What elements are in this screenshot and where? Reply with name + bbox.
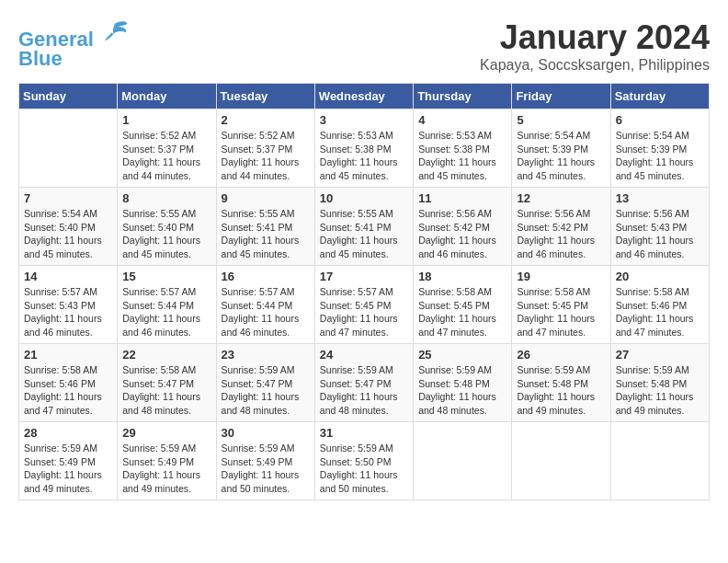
calendar-cell: 12Sunrise: 5:56 AMSunset: 5:42 PMDayligh… <box>512 188 610 266</box>
day-info: Sunrise: 5:59 AMSunset: 5:49 PMDaylight:… <box>122 442 210 496</box>
calendar-cell: 10Sunrise: 5:55 AMSunset: 5:41 PMDayligh… <box>314 188 413 266</box>
week-row-5: 28Sunrise: 5:59 AMSunset: 5:49 PMDayligh… <box>19 422 710 500</box>
day-info: Sunrise: 5:52 AMSunset: 5:37 PMDaylight:… <box>122 129 210 183</box>
week-row-4: 21Sunrise: 5:58 AMSunset: 5:46 PMDayligh… <box>19 344 710 422</box>
day-info: Sunrise: 5:59 AMSunset: 5:48 PMDaylight:… <box>616 363 704 418</box>
day-number: 21 <box>24 348 112 362</box>
day-number: 14 <box>24 270 112 283</box>
day-number: 8 <box>122 191 210 205</box>
month-title: January 2024 <box>480 18 710 57</box>
day-number: 3 <box>320 113 408 127</box>
logo-text: General <box>18 18 129 51</box>
day-info: Sunrise: 5:57 AMSunset: 5:44 PMDaylight:… <box>122 285 210 339</box>
day-number: 19 <box>517 270 605 283</box>
calendar-cell: 28Sunrise: 5:59 AMSunset: 5:49 PMDayligh… <box>19 422 118 500</box>
day-number: 12 <box>517 191 605 205</box>
calendar-header-row: SundayMondayTuesdayWednesdayThursdayFrid… <box>19 84 710 109</box>
day-info: Sunrise: 5:57 AMSunset: 5:43 PMDaylight:… <box>24 285 112 339</box>
calendar-cell: 3Sunrise: 5:53 AMSunset: 5:38 PMDaylight… <box>314 109 413 188</box>
day-number: 26 <box>517 348 605 362</box>
day-number: 7 <box>24 191 112 205</box>
week-row-3: 14Sunrise: 5:57 AMSunset: 5:43 PMDayligh… <box>19 266 710 344</box>
calendar-cell: 27Sunrise: 5:59 AMSunset: 5:48 PMDayligh… <box>610 344 709 422</box>
day-info: Sunrise: 5:58 AMSunset: 5:46 PMDaylight:… <box>24 363 112 418</box>
page-header: General Blue January 2024 Kapaya, Soccsk… <box>18 18 710 74</box>
day-info: Sunrise: 5:55 AMSunset: 5:41 PMDaylight:… <box>222 207 310 261</box>
day-info: Sunrise: 5:59 AMSunset: 5:50 PMDaylight:… <box>320 442 408 496</box>
day-number: 16 <box>222 270 310 283</box>
calendar-cell: 20Sunrise: 5:58 AMSunset: 5:46 PMDayligh… <box>610 266 709 344</box>
day-number: 13 <box>616 191 704 205</box>
location-subtitle: Kapaya, Soccsksargen, Philippines <box>480 57 710 74</box>
calendar-cell: 5Sunrise: 5:54 AMSunset: 5:39 PMDaylight… <box>512 109 610 188</box>
day-info: Sunrise: 5:53 AMSunset: 5:38 PMDaylight:… <box>320 129 408 183</box>
day-number: 25 <box>418 348 506 362</box>
column-header-thursday: Thursday <box>414 84 512 109</box>
day-info: Sunrise: 5:57 AMSunset: 5:45 PMDaylight:… <box>320 285 408 339</box>
calendar-cell: 22Sunrise: 5:58 AMSunset: 5:47 PMDayligh… <box>118 344 216 422</box>
calendar-cell <box>19 109 118 188</box>
day-number: 24 <box>320 348 408 362</box>
day-number: 30 <box>222 426 310 440</box>
day-number: 22 <box>122 348 210 362</box>
calendar-cell: 7Sunrise: 5:54 AMSunset: 5:40 PMDaylight… <box>19 188 118 266</box>
calendar-cell <box>414 422 512 500</box>
calendar-cell: 2Sunrise: 5:52 AMSunset: 5:37 PMDaylight… <box>216 109 314 188</box>
day-info: Sunrise: 5:56 AMSunset: 5:42 PMDaylight:… <box>418 207 506 261</box>
day-number: 4 <box>418 113 506 127</box>
calendar-cell <box>512 422 610 500</box>
day-number: 23 <box>222 348 310 362</box>
week-row-1: 1Sunrise: 5:52 AMSunset: 5:37 PMDaylight… <box>19 109 710 188</box>
day-number: 27 <box>616 348 704 362</box>
calendar-cell: 19Sunrise: 5:58 AMSunset: 5:45 PMDayligh… <box>512 266 610 344</box>
day-number: 17 <box>320 270 408 283</box>
column-header-wednesday: Wednesday <box>314 84 413 109</box>
day-info: Sunrise: 5:54 AMSunset: 5:40 PMDaylight:… <box>24 207 112 261</box>
calendar-cell: 26Sunrise: 5:59 AMSunset: 5:48 PMDayligh… <box>512 344 610 422</box>
day-number: 28 <box>24 426 112 440</box>
column-header-monday: Monday <box>118 84 216 109</box>
calendar-cell: 15Sunrise: 5:57 AMSunset: 5:44 PMDayligh… <box>118 266 216 344</box>
day-info: Sunrise: 5:56 AMSunset: 5:42 PMDaylight:… <box>517 207 605 261</box>
day-number: 9 <box>222 191 310 205</box>
day-number: 10 <box>320 191 408 205</box>
calendar-cell: 18Sunrise: 5:58 AMSunset: 5:45 PMDayligh… <box>414 266 512 344</box>
column-header-saturday: Saturday <box>610 84 709 109</box>
day-info: Sunrise: 5:59 AMSunset: 5:48 PMDaylight:… <box>517 363 605 418</box>
calendar-cell: 6Sunrise: 5:54 AMSunset: 5:39 PMDaylight… <box>610 109 709 188</box>
calendar-cell: 9Sunrise: 5:55 AMSunset: 5:41 PMDaylight… <box>216 188 314 266</box>
day-number: 6 <box>616 113 704 127</box>
day-info: Sunrise: 5:55 AMSunset: 5:40 PMDaylight:… <box>122 207 210 261</box>
day-info: Sunrise: 5:58 AMSunset: 5:47 PMDaylight:… <box>122 363 210 418</box>
day-number: 29 <box>122 426 210 440</box>
day-info: Sunrise: 5:54 AMSunset: 5:39 PMDaylight:… <box>616 129 704 183</box>
day-info: Sunrise: 5:55 AMSunset: 5:41 PMDaylight:… <box>320 207 408 261</box>
calendar-cell: 4Sunrise: 5:53 AMSunset: 5:38 PMDaylight… <box>414 109 512 188</box>
logo-bird-icon <box>101 18 129 46</box>
day-number: 5 <box>517 113 605 127</box>
calendar-cell: 1Sunrise: 5:52 AMSunset: 5:37 PMDaylight… <box>118 109 216 188</box>
calendar-cell: 8Sunrise: 5:55 AMSunset: 5:40 PMDaylight… <box>118 188 216 266</box>
day-info: Sunrise: 5:58 AMSunset: 5:45 PMDaylight:… <box>418 285 506 339</box>
calendar-cell: 21Sunrise: 5:58 AMSunset: 5:46 PMDayligh… <box>19 344 118 422</box>
day-info: Sunrise: 5:58 AMSunset: 5:46 PMDaylight:… <box>616 285 704 339</box>
title-area: January 2024 Kapaya, Soccsksargen, Phili… <box>480 18 710 74</box>
calendar-cell: 31Sunrise: 5:59 AMSunset: 5:50 PMDayligh… <box>314 422 413 500</box>
day-number: 18 <box>418 270 506 283</box>
week-row-2: 7Sunrise: 5:54 AMSunset: 5:40 PMDaylight… <box>19 188 710 266</box>
calendar-cell: 25Sunrise: 5:59 AMSunset: 5:48 PMDayligh… <box>414 344 512 422</box>
calendar-cell: 29Sunrise: 5:59 AMSunset: 5:49 PMDayligh… <box>118 422 216 500</box>
day-info: Sunrise: 5:59 AMSunset: 5:48 PMDaylight:… <box>418 363 506 418</box>
day-info: Sunrise: 5:59 AMSunset: 5:49 PMDaylight:… <box>24 442 112 496</box>
calendar-cell: 17Sunrise: 5:57 AMSunset: 5:45 PMDayligh… <box>314 266 413 344</box>
day-info: Sunrise: 5:53 AMSunset: 5:38 PMDaylight:… <box>418 129 506 183</box>
day-info: Sunrise: 5:59 AMSunset: 5:49 PMDaylight:… <box>222 442 310 496</box>
calendar-cell: 16Sunrise: 5:57 AMSunset: 5:44 PMDayligh… <box>216 266 314 344</box>
day-info: Sunrise: 5:56 AMSunset: 5:43 PMDaylight:… <box>616 207 704 261</box>
column-header-sunday: Sunday <box>19 84 118 109</box>
day-info: Sunrise: 5:54 AMSunset: 5:39 PMDaylight:… <box>517 129 605 183</box>
calendar-cell <box>610 422 709 500</box>
calendar-cell: 13Sunrise: 5:56 AMSunset: 5:43 PMDayligh… <box>610 188 709 266</box>
day-number: 31 <box>320 426 408 440</box>
day-number: 20 <box>616 270 704 283</box>
